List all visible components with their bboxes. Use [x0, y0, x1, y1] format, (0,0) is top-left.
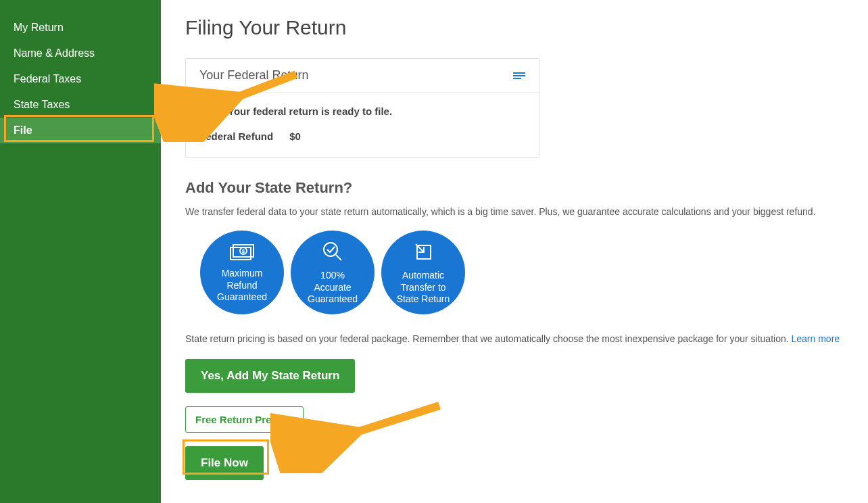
pricing-copy: State return pricing is based on your fe…	[185, 333, 792, 344]
card-header: Your Federal Return	[186, 59, 539, 93]
page-title: Filing Your Return	[185, 16, 844, 39]
badge-label: Transfer to	[400, 282, 445, 294]
svg-line-5	[336, 255, 341, 260]
learn-more-link[interactable]: Learn more	[792, 333, 840, 344]
badge-transfer: Automatic Transfer to State Return	[381, 231, 465, 314]
badge-label: Automatic	[402, 270, 444, 282]
refund-value: $0	[289, 130, 301, 142]
add-state-return-button[interactable]: Yes, Add My State Return	[185, 359, 355, 393]
badge-label: Refund	[226, 280, 257, 292]
state-section-title: Add Your State Return?	[185, 179, 844, 197]
sidebar-item-my-return[interactable]: My Return	[0, 15, 161, 41]
federal-status-row: ✓ Your federal return is ready to file.	[208, 105, 525, 117]
transfer-icon	[412, 240, 435, 266]
federal-status-text: Your federal return is ready to file.	[228, 105, 392, 117]
federal-refund-row: Federal Refund $0	[199, 130, 525, 142]
sidebar-item-name-address[interactable]: Name & Address	[0, 41, 161, 66]
badge-max-refund: $ Maximum Refund Guaranteed	[200, 231, 284, 314]
badges-row: $ Maximum Refund Guaranteed 100% Accurat…	[200, 231, 844, 314]
badge-label: State Return	[397, 293, 450, 306]
badge-label: Maximum	[222, 268, 263, 280]
sidebar-item-state-taxes[interactable]: State Taxes	[0, 92, 161, 118]
checkmark-icon: ✓	[208, 105, 220, 117]
pricing-text: State return pricing is based on your fe…	[185, 333, 844, 344]
state-section-desc: We transfer federal data to your state r…	[185, 206, 844, 217]
sidebar-item-federal-taxes[interactable]: Federal Taxes	[0, 66, 161, 92]
svg-text:$: $	[242, 248, 245, 254]
free-preview-button[interactable]: Free Return Preview	[185, 406, 304, 433]
card-title: Your Federal Return	[199, 68, 308, 82]
check-search-icon	[321, 240, 344, 266]
badge-label: Accurate	[314, 282, 351, 294]
federal-return-card: Your Federal Return ✓ Your federal retur…	[185, 58, 539, 158]
refund-label: Federal Refund	[199, 130, 273, 142]
main-content: Filing Your Return Your Federal Return ✓…	[161, 0, 868, 503]
money-icon: $	[229, 242, 255, 264]
badge-label: 100%	[320, 270, 345, 282]
file-now-button[interactable]: File Now	[185, 446, 264, 480]
svg-point-4	[324, 243, 337, 256]
badge-label: Guaranteed	[308, 293, 358, 306]
card-body: ✓ Your federal return is ready to file. …	[186, 93, 539, 157]
badge-accurate: 100% Accurate Guaranteed	[291, 231, 375, 314]
sidebar-item-file[interactable]: File	[0, 118, 161, 143]
badge-label: Guaranteed	[217, 291, 267, 304]
sidebar: My Return Name & Address Federal Taxes S…	[0, 0, 161, 503]
card-menu-icon[interactable]	[513, 72, 525, 79]
